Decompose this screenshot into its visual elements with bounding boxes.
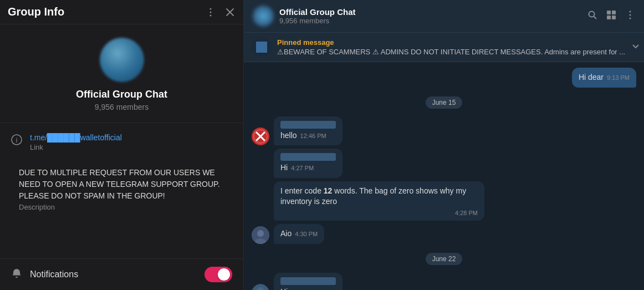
header-icons (205, 6, 236, 18)
date-divider: June 15 (252, 96, 636, 109)
message-time: 4:28 PM (280, 210, 478, 216)
table-row: I enter code 12 words. The bag of zero s… (252, 181, 636, 221)
table-row: hello 12:46 PM (252, 116, 636, 146)
more-options-button[interactable] (205, 6, 217, 18)
layout-icon[interactable] (606, 10, 616, 23)
avatar-placeholder (252, 203, 269, 221)
sender-name (280, 153, 336, 161)
message-time: 12:46 PM (300, 133, 326, 139)
search-icon[interactable] (587, 10, 597, 23)
svg-rect-10 (612, 16, 616, 19)
table-row: Aio 4:30 PM (252, 224, 636, 244)
divider (0, 123, 243, 123)
group-profile: Official Group Chat 9,956 members (0, 24, 243, 120)
svg-point-11 (630, 11, 631, 12)
pinned-text: ⚠BEWARE OF SCAMMERS ⚠ ADMINS DO NOT INIT… (277, 48, 625, 56)
svg-point-1 (210, 11, 212, 13)
table-row: Hi dear 9:13 PM (252, 68, 636, 88)
description-text: DUE TO MULTIPLE REQUEST FROM OUR USERS W… (19, 167, 232, 202)
group-name: Official Group Chat (76, 89, 167, 100)
message-time: 4:30 PM (295, 231, 318, 237)
link-label: Link (30, 143, 122, 151)
more-menu-icon[interactable] (625, 10, 635, 23)
message-bubble: Aio 4:30 PM (274, 224, 324, 244)
message-text: Hi dear (579, 72, 604, 83)
pin-expand-icon (631, 41, 641, 54)
message-text: Aio (280, 228, 292, 240)
group-info-panel: Group Info Official Group Chat 9,956 mem… (0, 0, 244, 290)
chat-name: Official Group Chat (279, 7, 582, 17)
table-row: Hi 4:27 PM (252, 149, 636, 178)
svg-rect-8 (612, 11, 616, 14)
pinned-avatar (252, 37, 272, 57)
message-text: Hi (280, 287, 288, 290)
chat-header: Official Group Chat 9,956 members (244, 0, 644, 33)
sender-name (280, 277, 336, 285)
description-label: Description (19, 203, 232, 211)
avatar (252, 226, 269, 244)
pinned-message-bar[interactable]: Pinned message ⚠BEWARE OF SCAMMERS ⚠ ADM… (244, 33, 644, 62)
svg-rect-14 (256, 42, 267, 53)
avatar (100, 38, 144, 82)
description-content: DUE TO MULTIPLE REQUEST FROM OUR USERS W… (19, 167, 232, 211)
close-button[interactable] (224, 7, 236, 18)
svg-point-13 (630, 17, 631, 19)
message-text: hello (280, 130, 297, 141)
pinned-label: Pinned message (277, 38, 625, 47)
avatar (252, 128, 269, 145)
message-time: 4:27 PM (291, 165, 314, 171)
group-link[interactable]: t.me/██████walletofficial (30, 133, 122, 142)
chat-avatar (253, 6, 274, 27)
message-bubble: Hi 11:49 PM (274, 273, 343, 290)
chat-panel: Official Group Chat 9,956 members (244, 0, 644, 290)
sender-name (280, 121, 336, 129)
link-content: t.me/██████walletofficial Link (30, 133, 122, 151)
chat-header-info: Official Group Chat 9,956 members (279, 7, 582, 25)
svg-line-6 (594, 16, 597, 19)
avatar (252, 284, 269, 290)
pinned-content: Pinned message ⚠BEWARE OF SCAMMERS ⚠ ADM… (277, 38, 625, 56)
message-bubble: hello 12:46 PM (274, 116, 343, 146)
message-time: 9:13 PM (607, 74, 630, 81)
group-info-title: Group Info (8, 6, 64, 18)
avatar-placeholder (252, 160, 269, 178)
chat-header-icons (587, 10, 635, 23)
info-icon: i (11, 134, 22, 148)
group-member-count: 9,956 members (95, 103, 149, 111)
table-row: Hi 11:49 PM (252, 273, 636, 290)
svg-point-12 (630, 14, 631, 16)
message-text: I enter code 12 words. The bag of zero s… (280, 186, 478, 207)
notifications-left: Notifications (11, 268, 78, 282)
svg-rect-7 (607, 11, 611, 14)
svg-point-0 (210, 8, 212, 9)
notifications-label: Notifications (30, 269, 78, 279)
chat-members: 9,956 members (279, 17, 582, 25)
message-text: Hi (280, 162, 288, 174)
description-row: DUE TO MULTIPLE REQUEST FROM OUR USERS W… (0, 159, 243, 219)
message-bubble: Hi 4:27 PM (274, 149, 343, 178)
link-row: i t.me/██████walletofficial Link (0, 125, 243, 159)
svg-point-5 (589, 11, 595, 17)
message-bubble: Hi dear 9:13 PM (572, 68, 636, 88)
notifications-row: Notifications (0, 258, 243, 290)
date-divider: June 22 (252, 253, 636, 265)
svg-point-2 (210, 14, 212, 16)
bell-icon (11, 268, 22, 282)
svg-text:i: i (16, 136, 18, 144)
date-badge: June 15 (426, 96, 463, 109)
date-badge: June 22 (426, 253, 463, 265)
svg-point-20 (257, 230, 264, 237)
chat-messages: Hi dear 9:13 PM June 15 h (244, 62, 644, 290)
svg-rect-9 (607, 16, 611, 19)
message-bubble: I enter code 12 words. The bag of zero s… (274, 181, 484, 221)
left-header: Group Info (0, 0, 243, 24)
notifications-toggle[interactable] (205, 267, 232, 282)
